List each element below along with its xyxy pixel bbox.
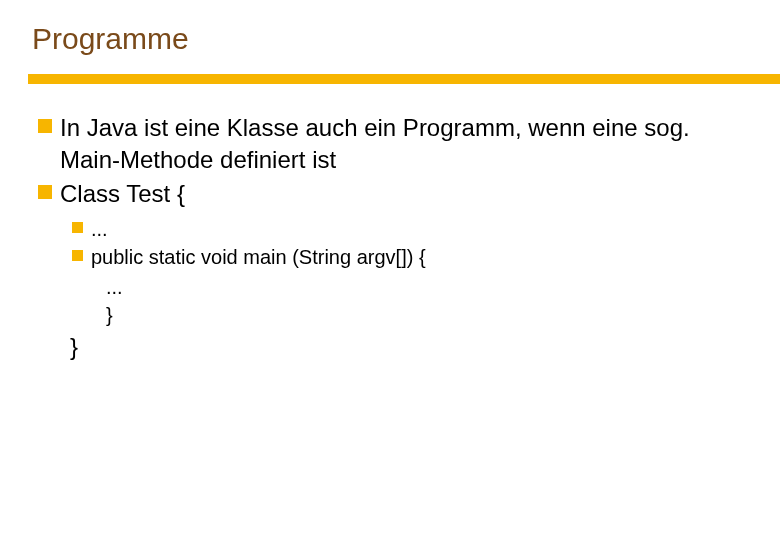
code-line: ... bbox=[106, 273, 752, 301]
slide-content: In Java ist eine Klasse auch ein Program… bbox=[28, 112, 752, 361]
bullet-text: Class Test { bbox=[60, 178, 185, 210]
title-underline bbox=[28, 74, 780, 84]
sub-bullet-group: ... public static void main (String argv… bbox=[38, 216, 752, 271]
square-bullet-icon bbox=[72, 250, 83, 261]
sub-bullet-text: public static void main (String argv[]) … bbox=[91, 244, 426, 271]
bullet-item: In Java ist eine Klasse auch ein Program… bbox=[38, 112, 752, 177]
closing-brace: } bbox=[38, 333, 752, 361]
sub-bullet-text: ... bbox=[91, 216, 108, 243]
slide-title: Programme bbox=[32, 22, 752, 56]
square-bullet-icon bbox=[38, 185, 52, 199]
code-inner: ... } bbox=[38, 273, 752, 329]
bullet-text: In Java ist eine Klasse auch ein Program… bbox=[60, 112, 720, 177]
bullet-item: Class Test { bbox=[38, 178, 752, 210]
sub-bullet-item: public static void main (String argv[]) … bbox=[72, 244, 752, 271]
square-bullet-icon bbox=[72, 222, 83, 233]
sub-bullet-item: ... bbox=[72, 216, 752, 243]
code-line: } bbox=[106, 301, 752, 329]
square-bullet-icon bbox=[38, 119, 52, 133]
